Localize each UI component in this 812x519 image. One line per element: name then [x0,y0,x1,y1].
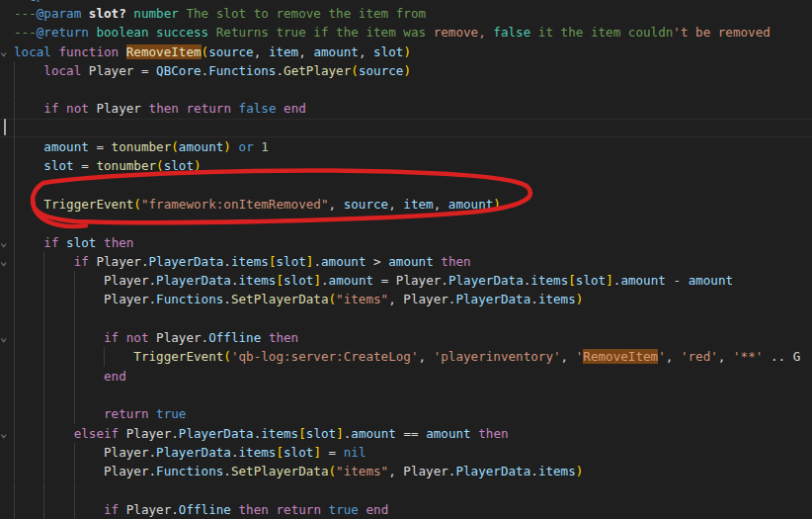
code-token: ) [223,139,231,154]
code-token: 't be removed [673,25,771,40]
code-token: Player [156,330,202,345]
code-token: , [718,349,733,364]
code-token: ] [336,426,344,441]
code-line[interactable]: amount = tonumber(amount) or 1 [14,137,800,156]
code-token: = [133,63,156,78]
code-line[interactable]: elseif Player.PlayerData.items[slot].amo… [14,424,800,443]
code-token: slot [576,273,606,288]
code-token [149,25,157,40]
code-token: false [239,101,277,116]
code-token: ( [171,139,179,154]
code-token [81,6,89,21]
code-line[interactable]: slot = tonumber(slot) [14,156,800,175]
code-token: . [149,464,157,478]
fold-chevron-icon[interactable]: ⌄ [0,424,14,443]
code-line[interactable]: ---@param slot? number The slot to remov… [14,4,800,23]
code-token: if [104,330,119,345]
code-token: items [538,292,576,306]
code-token: . [441,273,448,288]
code-token: Player [104,273,149,288]
code-token: false [493,25,530,40]
code-token: Offline [208,330,261,345]
code-line[interactable]: local function RemoveItem(source, item, … [14,43,800,61]
code-line[interactable] [14,386,800,404]
code-line[interactable]: Player.Functions.SetPlayerData("items", … [14,290,800,308]
code-token: then [149,101,179,116]
code-token: return [276,502,321,517]
code-token: amount [43,139,89,154]
code-token: . [223,254,231,269]
code-token: ) [194,158,202,173]
code-line[interactable]: Player.PlayerData.items[slot].amount = P… [14,271,800,290]
code-token: . [530,292,538,306]
code-token: @param [37,6,82,21]
code-line[interactable]: ---@return boolean success Returns true … [14,23,800,42]
code-line[interactable] [14,480,800,499]
code-line[interactable]: if Player.PlayerData.items[slot].amount … [14,252,800,271]
code-token: Player [104,292,149,306]
code-line[interactable] [14,80,800,99]
code-line[interactable]: if slot then [14,233,800,252]
code-token [119,330,126,345]
code-line[interactable]: Player.PlayerData.items[slot] = nil [14,443,800,462]
code-token: Functions [208,63,276,78]
code-line[interactable] [14,214,800,232]
code-token: , [388,464,403,478]
code-token: amount [179,139,224,154]
code-token: Offline [179,502,231,517]
code-token: ( [351,63,359,78]
code-token: TriggerEvent [43,197,133,212]
code-token: = [74,158,97,173]
code-token: tonumber [96,158,156,173]
code-token [59,101,67,116]
fold-chevron-icon[interactable]: ⌄ [0,43,14,61]
code-token: . [231,445,239,460]
code-token: . [149,292,157,306]
code-line[interactable]: local Player = QBCore.Functions.GetPlaye… [14,61,800,80]
code-token: = [373,273,396,288]
code-token: end [104,369,126,384]
fold-chevron-icon[interactable]: ⌄ [0,328,14,347]
code-token: amount [321,254,366,269]
code-editor[interactable]: @p---@param slot? number The slot to rem… [0,0,812,519]
code-line[interactable] [14,309,800,328]
code-line[interactable] [14,176,800,195]
code-token: true [329,502,359,517]
code-token: [ [276,445,284,460]
code-line[interactable]: end [14,367,800,386]
code-line[interactable]: TriggerEvent('qb-log:server:CreateLog', … [14,347,800,366]
code-token: slot [306,426,336,441]
code-token [119,502,126,517]
code-line[interactable]: return true [14,404,800,423]
code-area[interactable]: @p---@param slot? number The slot to rem… [14,0,800,519]
code-token: number [133,6,179,21]
code-token: . [141,254,149,269]
code-token: nil [344,445,366,460]
code-token: , [418,349,433,364]
code-token [119,44,126,59]
code-line[interactable]: if not Player then return false end [14,99,800,118]
code-line[interactable]: if not Player.Offline then [14,328,800,347]
code-token: ( [223,349,231,364]
code-line[interactable]: Player.Functions.SetPlayerData("items", … [14,462,800,480]
fold-chevron-icon[interactable]: ⌄ [0,233,14,252]
code-line[interactable] [14,119,800,137]
fold-chevron-icon[interactable]: ⌄ [0,252,14,271]
code-line[interactable]: TriggerEvent("framework:onItemRemoved", … [14,195,800,214]
code-token: , [561,349,576,364]
code-token: then [441,254,470,269]
code-token: QBCore [156,63,202,78]
code-token: slot [373,44,403,59]
code-token: , [434,197,448,212]
code-token: --- [14,25,37,40]
code-token: . [223,292,231,306]
code-token: slot [43,158,73,173]
code-token: amount [351,426,396,441]
code-token: amount [388,254,434,269]
code-token: PlayerData [455,292,530,306]
code-token [141,101,149,116]
code-token: items [239,273,277,288]
code-token: Returns true if the item was [208,25,433,40]
code-line[interactable]: if Player.Offline then return true end [14,500,800,519]
code-token: > [366,254,389,269]
